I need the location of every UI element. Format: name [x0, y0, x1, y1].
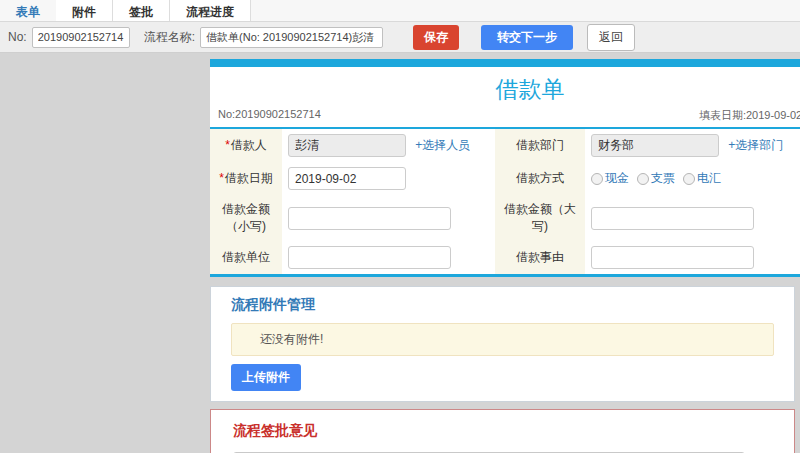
radio-cheque[interactable]: 支票 — [637, 170, 675, 187]
table-row: *借款日期 借款方式 现金 支票 — [210, 162, 800, 195]
loan-form-panel: 借款单 No:20190902152714 填表日期:2019-09-02 15… — [210, 59, 800, 277]
radio-icon[interactable] — [637, 173, 649, 185]
save-button[interactable]: 保存 — [413, 25, 459, 50]
process-name-input[interactable] — [200, 27, 383, 48]
radio-icon[interactable] — [591, 173, 603, 185]
forward-next-step-button[interactable]: 转交下一步 — [481, 25, 573, 50]
document-title: 借款单 — [210, 67, 800, 108]
radio-cash-label: 现金 — [605, 170, 629, 187]
loan-form-table: *借款人 +选择人员 借款部门 +选择部门 *借款日期 借款方式 — [210, 127, 800, 277]
document-fill-date: 填表日期:2019-09-02 15:27:1 — [699, 108, 800, 123]
table-row: 借款金额（小写) 借款金额（大写) — [210, 195, 800, 241]
sign-opinions-panel: 流程签批意见 B I abc ✎ ⚭ ⚮ ⚑ ≣ ≡ ⇐ ⇒ ” 样式 — [210, 409, 795, 453]
radio-wire-transfer-label: 电汇 — [697, 170, 721, 187]
tab-form[interactable]: 表单 — [0, 0, 56, 21]
borrow-date-input[interactable] — [288, 167, 406, 190]
back-button[interactable]: 返回 — [587, 24, 635, 51]
amount-lower-label: 借款金额（小写) — [222, 202, 270, 233]
borrower-input[interactable] — [288, 134, 406, 157]
upload-attachment-button[interactable]: 上传附件 — [231, 364, 301, 391]
radio-cash[interactable]: 现金 — [591, 170, 629, 187]
borrow-method-label: 借款方式 — [516, 171, 564, 185]
borrow-date-label: 借款日期 — [225, 171, 273, 185]
department-input[interactable] — [591, 134, 719, 157]
amount-upper-input[interactable] — [591, 207, 754, 230]
tab-process-progress[interactable]: 流程进度 — [170, 0, 251, 21]
no-label: No: — [8, 30, 27, 44]
tab-bar: 表单 附件 签批 流程进度 — [0, 0, 800, 22]
required-mark: * — [219, 171, 224, 185]
select-department-link[interactable]: +选择部门 — [728, 138, 783, 152]
tab-attachments[interactable]: 附件 — [56, 0, 113, 21]
borrow-reason-label: 借款事由 — [516, 250, 564, 264]
amount-lower-input[interactable] — [288, 207, 451, 230]
content-area: 借款单 No:20190902152714 填表日期:2019-09-02 15… — [0, 53, 800, 453]
borrow-unit-label: 借款单位 — [222, 250, 270, 264]
borrow-reason-input[interactable] — [591, 246, 754, 269]
radio-icon[interactable] — [683, 173, 695, 185]
department-label: 借款部门 — [516, 138, 564, 152]
attachments-heading: 流程附件管理 — [231, 296, 774, 314]
process-name-label: 流程名称: — [144, 29, 195, 46]
table-row: 借款单位 借款事由 — [210, 241, 800, 276]
borrow-method-radio-group: 现金 支票 电汇 — [591, 170, 800, 187]
borrower-label: 借款人 — [231, 138, 267, 152]
table-row: *借款人 +选择人员 借款部门 +选择部门 — [210, 128, 800, 162]
document-no: No:20190902152714 — [218, 108, 321, 123]
select-person-link[interactable]: +选择人员 — [415, 138, 470, 152]
sign-opinions-heading: 流程签批意见 — [233, 422, 772, 440]
attachments-panel: 流程附件管理 还没有附件! 上传附件 — [210, 286, 795, 402]
panel-top-bar — [210, 59, 800, 67]
required-mark: * — [225, 138, 230, 152]
radio-wire-transfer[interactable]: 电汇 — [683, 170, 721, 187]
borrow-unit-input[interactable] — [288, 246, 451, 269]
no-input[interactable] — [32, 27, 130, 48]
tab-approval[interactable]: 签批 — [113, 0, 170, 21]
radio-cheque-label: 支票 — [651, 170, 675, 187]
no-attachments-alert: 还没有附件! — [231, 323, 774, 356]
amount-upper-label: 借款金额（大写) — [504, 202, 576, 233]
toolbar: No: 流程名称: 保存 转交下一步 返回 — [0, 22, 800, 53]
